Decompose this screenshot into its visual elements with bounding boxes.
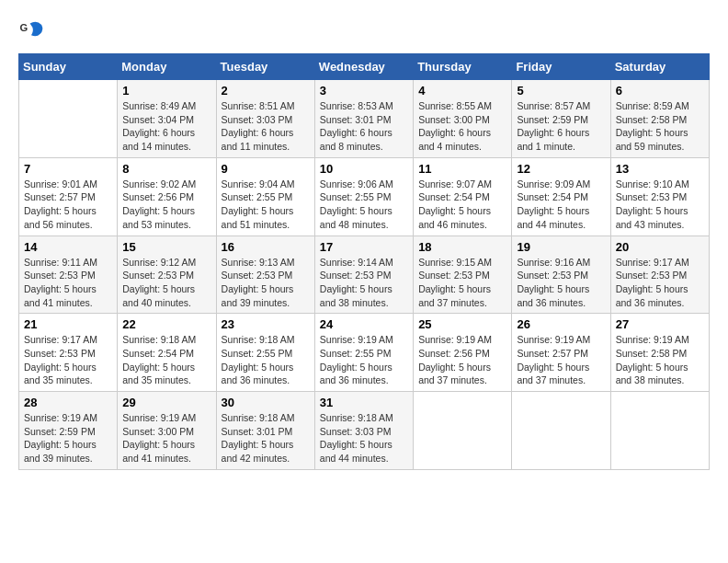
day-number: 8 (122, 162, 210, 176)
weekday-header: Sunday (19, 54, 118, 80)
day-info: Sunrise: 9:19 AM Sunset: 2:56 PM Dayligh… (418, 333, 506, 387)
calendar-cell (610, 392, 709, 470)
day-info: Sunrise: 8:55 AM Sunset: 3:00 PM Dayligh… (418, 99, 506, 154)
page-header: G (18, 18, 710, 44)
day-number: 25 (418, 317, 506, 331)
logo: G (18, 18, 48, 44)
day-info: Sunrise: 9:10 AM Sunset: 2:53 PM Dayligh… (616, 178, 704, 232)
calendar-cell: 15Sunrise: 9:12 AM Sunset: 2:53 PM Dayli… (118, 236, 216, 314)
day-info: Sunrise: 9:16 AM Sunset: 2:53 PM Dayligh… (517, 256, 605, 310)
day-number: 28 (24, 396, 112, 409)
day-number: 11 (418, 162, 506, 176)
day-number: 24 (320, 317, 408, 331)
calendar-cell: 6Sunrise: 8:59 AM Sunset: 2:58 PM Daylig… (610, 80, 709, 158)
day-info: Sunrise: 9:17 AM Sunset: 2:53 PM Dayligh… (24, 333, 112, 387)
day-number: 26 (517, 317, 605, 331)
day-info: Sunrise: 9:11 AM Sunset: 2:53 PM Dayligh… (24, 256, 112, 310)
weekday-header: Wednesday (314, 54, 413, 80)
calendar-table: SundayMondayTuesdayWednesdayThursdayFrid… (18, 53, 710, 470)
weekday-header: Thursday (414, 54, 512, 80)
calendar-cell: 8Sunrise: 9:02 AM Sunset: 2:56 PM Daylig… (118, 157, 216, 236)
day-info: Sunrise: 9:19 AM Sunset: 2:57 PM Dayligh… (517, 333, 605, 387)
day-info: Sunrise: 9:18 AM Sunset: 2:54 PM Dayligh… (122, 333, 210, 387)
calendar-cell: 17Sunrise: 9:14 AM Sunset: 2:53 PM Dayli… (314, 236, 413, 314)
calendar-cell (414, 392, 512, 470)
calendar-week-row: 14Sunrise: 9:11 AM Sunset: 2:53 PM Dayli… (19, 236, 710, 314)
calendar-cell: 31Sunrise: 9:18 AM Sunset: 3:03 PM Dayli… (314, 392, 413, 470)
calendar-cell: 21Sunrise: 9:17 AM Sunset: 2:53 PM Dayli… (19, 314, 118, 392)
calendar-cell: 18Sunrise: 9:15 AM Sunset: 2:53 PM Dayli… (414, 236, 512, 314)
day-info: Sunrise: 9:12 AM Sunset: 2:53 PM Dayligh… (122, 256, 210, 310)
day-number: 29 (122, 396, 210, 409)
day-info: Sunrise: 9:14 AM Sunset: 2:53 PM Dayligh… (320, 256, 408, 310)
day-info: Sunrise: 8:53 AM Sunset: 3:01 PM Dayligh… (320, 99, 408, 154)
svg-text:G: G (19, 22, 28, 33)
calendar-cell: 22Sunrise: 9:18 AM Sunset: 2:54 PM Dayli… (118, 314, 216, 392)
calendar-cell: 30Sunrise: 9:18 AM Sunset: 3:01 PM Dayli… (216, 392, 314, 470)
calendar-cell: 27Sunrise: 9:19 AM Sunset: 2:58 PM Dayli… (610, 314, 709, 392)
calendar-cell: 20Sunrise: 9:17 AM Sunset: 2:53 PM Dayli… (610, 236, 709, 314)
calendar-cell: 19Sunrise: 9:16 AM Sunset: 2:53 PM Dayli… (512, 236, 610, 314)
weekday-header: Friday (512, 54, 610, 80)
day-number: 21 (24, 317, 112, 331)
calendar-header-row: SundayMondayTuesdayWednesdayThursdayFrid… (19, 54, 710, 80)
weekday-header: Tuesday (216, 54, 314, 80)
calendar-cell: 12Sunrise: 9:09 AM Sunset: 2:54 PM Dayli… (512, 157, 610, 236)
day-number: 31 (320, 396, 408, 409)
calendar-cell: 24Sunrise: 9:19 AM Sunset: 2:55 PM Dayli… (314, 314, 413, 392)
calendar-cell: 29Sunrise: 9:19 AM Sunset: 3:00 PM Dayli… (118, 392, 216, 470)
calendar-week-row: 7Sunrise: 9:01 AM Sunset: 2:57 PM Daylig… (19, 157, 710, 236)
day-info: Sunrise: 9:19 AM Sunset: 2:59 PM Dayligh… (24, 411, 112, 465)
day-info: Sunrise: 9:15 AM Sunset: 2:53 PM Dayligh… (418, 256, 506, 310)
logo-icon: G (18, 18, 44, 44)
weekday-header: Saturday (610, 54, 709, 80)
calendar-cell: 5Sunrise: 8:57 AM Sunset: 2:59 PM Daylig… (512, 80, 610, 158)
day-number: 5 (517, 84, 605, 98)
day-number: 13 (616, 162, 704, 176)
day-info: Sunrise: 9:04 AM Sunset: 2:55 PM Dayligh… (222, 178, 310, 232)
calendar-cell (512, 392, 610, 470)
day-number: 1 (122, 84, 210, 98)
day-number: 10 (320, 162, 408, 176)
calendar-cell: 10Sunrise: 9:06 AM Sunset: 2:55 PM Dayli… (314, 157, 413, 236)
day-number: 30 (222, 396, 310, 409)
day-info: Sunrise: 8:49 AM Sunset: 3:04 PM Dayligh… (122, 99, 210, 154)
day-number: 20 (616, 240, 704, 254)
day-number: 12 (517, 162, 605, 176)
day-number: 3 (320, 84, 408, 98)
day-info: Sunrise: 9:09 AM Sunset: 2:54 PM Dayligh… (517, 178, 605, 232)
calendar-cell: 7Sunrise: 9:01 AM Sunset: 2:57 PM Daylig… (19, 157, 118, 236)
day-number: 2 (222, 84, 310, 98)
day-info: Sunrise: 9:06 AM Sunset: 2:55 PM Dayligh… (320, 178, 408, 232)
day-number: 22 (122, 317, 210, 331)
calendar-cell: 1Sunrise: 8:49 AM Sunset: 3:04 PM Daylig… (118, 80, 216, 158)
day-info: Sunrise: 9:18 AM Sunset: 3:01 PM Dayligh… (222, 411, 310, 465)
calendar-cell: 4Sunrise: 8:55 AM Sunset: 3:00 PM Daylig… (414, 80, 512, 158)
day-number: 17 (320, 240, 408, 254)
calendar-cell: 25Sunrise: 9:19 AM Sunset: 2:56 PM Dayli… (414, 314, 512, 392)
day-info: Sunrise: 9:17 AM Sunset: 2:53 PM Dayligh… (616, 256, 704, 310)
day-number: 7 (24, 162, 112, 176)
calendar-cell: 13Sunrise: 9:10 AM Sunset: 2:53 PM Dayli… (610, 157, 709, 236)
day-info: Sunrise: 8:59 AM Sunset: 2:58 PM Dayligh… (616, 99, 704, 154)
calendar-cell: 2Sunrise: 8:51 AM Sunset: 3:03 PM Daylig… (216, 80, 314, 158)
day-info: Sunrise: 9:18 AM Sunset: 2:55 PM Dayligh… (222, 333, 310, 387)
day-info: Sunrise: 9:19 AM Sunset: 2:58 PM Dayligh… (616, 333, 704, 387)
day-info: Sunrise: 8:51 AM Sunset: 3:03 PM Dayligh… (222, 99, 310, 154)
calendar-cell: 3Sunrise: 8:53 AM Sunset: 3:01 PM Daylig… (314, 80, 413, 158)
day-number: 16 (222, 240, 310, 254)
calendar-cell (19, 80, 118, 158)
day-info: Sunrise: 9:19 AM Sunset: 3:00 PM Dayligh… (122, 411, 210, 465)
calendar-cell: 11Sunrise: 9:07 AM Sunset: 2:54 PM Dayli… (414, 157, 512, 236)
day-number: 23 (222, 317, 310, 331)
calendar-cell: 16Sunrise: 9:13 AM Sunset: 2:53 PM Dayli… (216, 236, 314, 314)
calendar-week-row: 1Sunrise: 8:49 AM Sunset: 3:04 PM Daylig… (19, 80, 710, 158)
day-info: Sunrise: 9:02 AM Sunset: 2:56 PM Dayligh… (122, 178, 210, 232)
calendar-cell: 28Sunrise: 9:19 AM Sunset: 2:59 PM Dayli… (19, 392, 118, 470)
day-info: Sunrise: 9:18 AM Sunset: 3:03 PM Dayligh… (320, 411, 408, 465)
calendar-week-row: 28Sunrise: 9:19 AM Sunset: 2:59 PM Dayli… (19, 392, 710, 470)
day-number: 15 (122, 240, 210, 254)
day-number: 18 (418, 240, 506, 254)
weekday-header: Monday (118, 54, 216, 80)
day-number: 27 (616, 317, 704, 331)
